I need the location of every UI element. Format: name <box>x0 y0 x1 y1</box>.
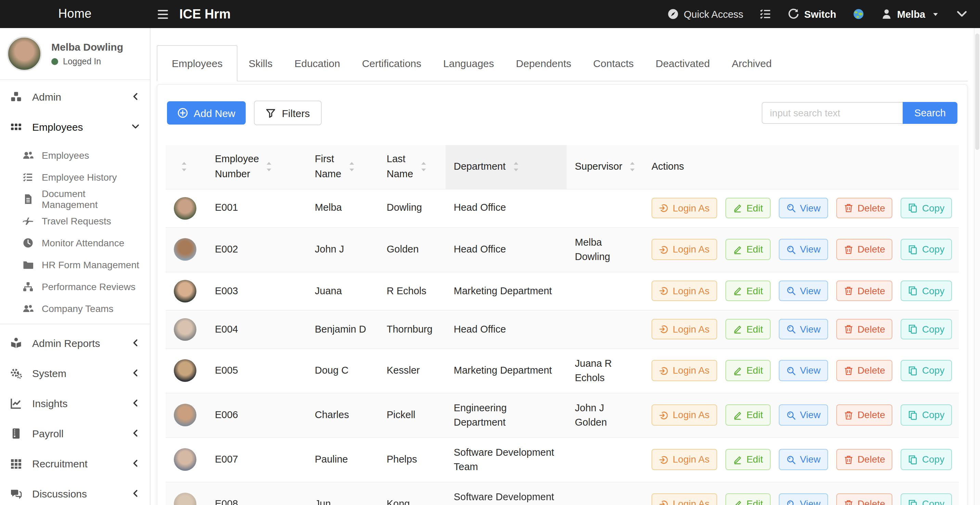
search-button[interactable]: Search <box>903 102 958 124</box>
sidebar-item-admin-reports[interactable]: Admin Reports <box>0 328 150 358</box>
pen-icon <box>733 410 742 420</box>
tab-skills[interactable]: Skills <box>237 45 283 81</box>
column-header-first[interactable]: FirstName <box>307 145 379 189</box>
login-button[interactable]: Login As <box>652 360 717 381</box>
login-button[interactable]: Login As <box>652 281 717 302</box>
action-label: View <box>800 497 821 505</box>
edit-button[interactable]: Edit <box>725 405 770 426</box>
login-button[interactable]: Login As <box>652 319 717 340</box>
delete-button[interactable]: Delete <box>836 405 893 426</box>
login-button[interactable]: Login As <box>652 449 717 470</box>
column-header-last[interactable]: LastName <box>379 145 445 189</box>
delete-button[interactable]: Delete <box>836 319 893 340</box>
sidebar-item-employees[interactable]: Employees <box>0 111 150 141</box>
filters-button[interactable]: Filters <box>254 101 321 125</box>
delete-button[interactable]: Delete <box>836 239 893 260</box>
column-header-avatar[interactable] <box>165 145 207 189</box>
scrollbar-thumb[interactable] <box>975 33 979 150</box>
search-input[interactable] <box>762 102 903 124</box>
sidebar-subitem-employee-history[interactable]: Employee History <box>0 166 150 188</box>
delete-button[interactable]: Delete <box>836 494 893 505</box>
sidebar-subitem-travel-requests[interactable]: Travel Requests <box>0 210 150 232</box>
login-button[interactable]: Login As <box>652 239 717 260</box>
book-user-icon <box>10 337 22 349</box>
view-button[interactable]: View <box>779 405 828 426</box>
edit-button[interactable]: Edit <box>725 239 770 260</box>
tab-employees[interactable]: Employees <box>157 45 237 81</box>
copy-button[interactable]: Copy <box>901 319 952 340</box>
column-header-number[interactable]: EmployeeNumber <box>207 145 307 189</box>
copy-button[interactable]: Copy <box>901 449 952 470</box>
sidebar-subitem-document-management[interactable]: Document Management <box>0 188 150 210</box>
copy-button[interactable]: Copy <box>901 405 952 426</box>
view-button[interactable]: View <box>779 494 828 505</box>
quick-access-button[interactable]: Quick Access <box>667 8 743 20</box>
column-header-supervisor[interactable]: Supervisor <box>566 145 643 189</box>
sidebar-item-admin[interactable]: Admin <box>0 81 150 111</box>
copy-button[interactable]: Copy <box>901 494 952 505</box>
sidebar-item-discussions[interactable]: Discussions <box>0 478 150 505</box>
copy-button[interactable]: Copy <box>901 281 952 302</box>
tab-languages[interactable]: Languages <box>432 45 505 81</box>
sidebar-item-recruitment[interactable]: Recruitment <box>0 448 150 478</box>
module-tabs: EmployeesSkillsEducationCertificationsLa… <box>157 45 968 81</box>
tasks-button[interactable] <box>760 8 771 20</box>
sidebar-subitem-performance-reviews[interactable]: Performance Reviews <box>0 276 150 298</box>
language-globe-button[interactable] <box>853 8 864 20</box>
sidebar-item-system[interactable]: System <box>0 358 150 388</box>
delete-button[interactable]: Delete <box>836 281 893 302</box>
copy-button[interactable]: Copy <box>901 198 952 219</box>
hamburger-menu-icon[interactable] <box>156 8 170 19</box>
view-button[interactable]: View <box>779 281 828 302</box>
nav-home-link[interactable]: Home <box>0 7 150 21</box>
column-label: EmployeeNumber <box>215 152 259 182</box>
login-button[interactable]: Login As <box>652 198 717 219</box>
edit-button[interactable]: Edit <box>725 449 770 470</box>
column-header-department[interactable]: Department <box>445 145 566 189</box>
tab-dependents[interactable]: Dependents <box>505 45 582 81</box>
tab-education[interactable]: Education <box>283 45 351 81</box>
sort-icon[interactable] <box>266 162 273 172</box>
tab-certifications[interactable]: Certifications <box>351 45 432 81</box>
tab-deactivated[interactable]: Deactivated <box>645 45 721 81</box>
copy-button[interactable]: Copy <box>901 239 952 260</box>
page-scrollbar[interactable] <box>974 28 980 505</box>
view-button[interactable]: View <box>779 449 828 470</box>
view-button[interactable]: View <box>779 360 828 381</box>
edit-button[interactable]: Edit <box>725 198 770 219</box>
view-button[interactable]: View <box>779 319 828 340</box>
sidebar-subitem-monitor-attendance[interactable]: Monitor Attendance <box>0 232 150 254</box>
sidebar-subitem-hr-form-management[interactable]: HR Form Management <box>0 254 150 276</box>
collapse-navbar-chevron-icon[interactable] <box>956 8 968 20</box>
cell-number: E004 <box>207 310 307 348</box>
sort-icon[interactable] <box>420 162 427 172</box>
add-new-button[interactable]: Add New <box>167 101 246 125</box>
copy-button[interactable]: Copy <box>901 360 952 381</box>
sort-icon[interactable] <box>181 162 188 172</box>
sidebar-subitem-employees-sub[interactable]: Employees <box>0 145 150 166</box>
edit-button[interactable]: Edit <box>725 360 770 381</box>
sidebar-subitem-company-teams[interactable]: Company Teams <box>0 298 150 319</box>
sort-icon[interactable] <box>512 162 519 172</box>
sort-icon[interactable] <box>629 162 636 172</box>
edit-button[interactable]: Edit <box>725 319 770 340</box>
edit-button[interactable]: Edit <box>725 494 770 505</box>
sidebar-item-payroll[interactable]: Payroll <box>0 418 150 448</box>
view-button[interactable]: View <box>779 239 828 260</box>
switch-button[interactable]: Switch <box>788 8 836 20</box>
login-button[interactable]: Login As <box>652 405 717 426</box>
avatar[interactable] <box>7 36 42 71</box>
profile-card: Melba Dowling Logged In <box>0 28 150 80</box>
delete-button[interactable]: Delete <box>836 360 893 381</box>
sidebar-item-insights[interactable]: Insights <box>0 388 150 418</box>
sort-icon[interactable] <box>348 162 355 172</box>
view-button[interactable]: View <box>779 198 828 219</box>
tab-contacts[interactable]: Contacts <box>582 45 645 81</box>
cell-supervisor <box>566 437 643 482</box>
delete-button[interactable]: Delete <box>836 449 893 470</box>
login-button[interactable]: Login As <box>652 494 717 505</box>
edit-button[interactable]: Edit <box>725 281 770 302</box>
tab-archived[interactable]: Archived <box>721 45 783 81</box>
delete-button[interactable]: Delete <box>836 198 893 219</box>
user-menu[interactable]: Melba <box>881 8 940 20</box>
